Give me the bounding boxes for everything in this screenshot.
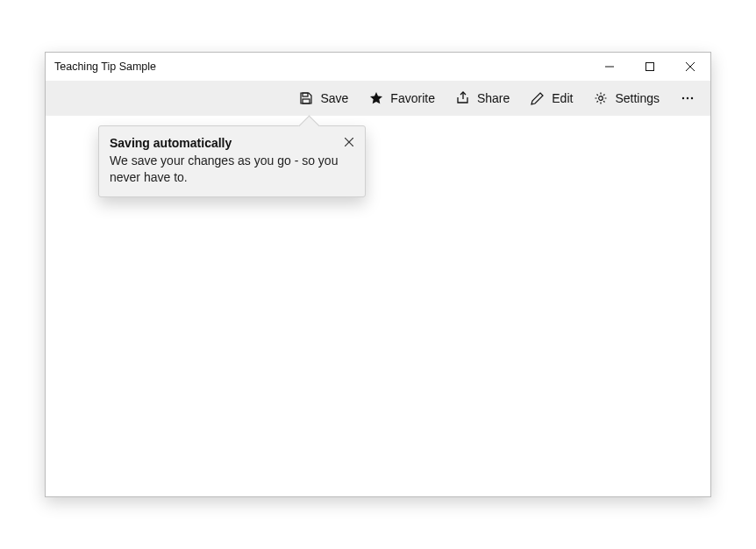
minimize-icon bbox=[605, 62, 614, 71]
teaching-tip-title: Saving automatically bbox=[110, 136, 354, 150]
share-button[interactable]: Share bbox=[446, 81, 520, 116]
svg-rect-5 bbox=[303, 99, 310, 103]
content-area: Saving automatically We save your change… bbox=[46, 116, 710, 496]
more-icon bbox=[681, 91, 695, 105]
save-icon bbox=[299, 91, 313, 105]
maximize-button[interactable] bbox=[630, 53, 670, 81]
star-icon bbox=[369, 91, 383, 105]
window-title: Teaching Tip Sample bbox=[54, 53, 156, 81]
settings-icon bbox=[594, 91, 608, 105]
favorite-button[interactable]: Favorite bbox=[359, 81, 446, 116]
more-button[interactable] bbox=[670, 81, 705, 116]
window-controls bbox=[589, 53, 710, 81]
favorite-label: Favorite bbox=[390, 91, 435, 105]
save-label: Save bbox=[320, 91, 348, 105]
titlebar: Teaching Tip Sample bbox=[46, 53, 710, 81]
settings-label: Settings bbox=[615, 91, 660, 105]
save-button[interactable]: Save bbox=[289, 81, 359, 116]
minimize-button[interactable] bbox=[589, 53, 630, 81]
maximize-icon bbox=[645, 62, 654, 71]
svg-point-8 bbox=[682, 97, 684, 99]
edit-label: Edit bbox=[552, 91, 573, 105]
edit-button[interactable]: Edit bbox=[520, 81, 583, 116]
svg-point-9 bbox=[687, 97, 688, 99]
close-icon bbox=[686, 62, 695, 71]
window: Teaching Tip Sample Save bbox=[45, 52, 711, 497]
toolbar: Save Favorite Share E bbox=[46, 81, 710, 116]
svg-point-10 bbox=[691, 97, 693, 99]
close-button[interactable] bbox=[670, 53, 710, 81]
share-label: Share bbox=[477, 91, 510, 105]
svg-point-7 bbox=[599, 96, 603, 101]
share-icon bbox=[456, 91, 470, 105]
teaching-tip-body: We save your changes as you go - so you … bbox=[110, 153, 354, 186]
settings-button[interactable]: Settings bbox=[583, 81, 670, 116]
svg-rect-1 bbox=[646, 63, 654, 71]
svg-rect-4 bbox=[303, 93, 308, 96]
teaching-tip: Saving automatically We save your change… bbox=[98, 125, 366, 197]
edit-icon bbox=[531, 91, 545, 105]
